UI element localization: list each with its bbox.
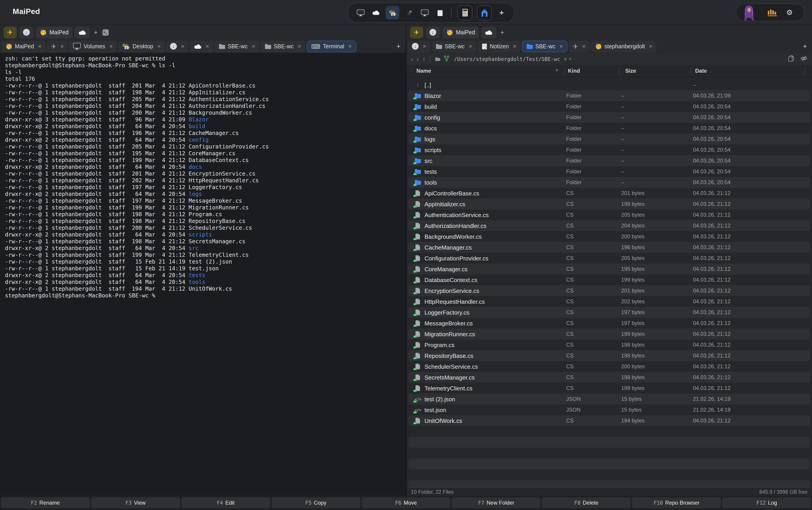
back-button[interactable]: ‹ (411, 56, 413, 62)
close-icon[interactable]: × (157, 43, 160, 50)
file-row[interactable]: ✓CoreManager.csCS195 bytes04.03.26, 21:1… (408, 263, 810, 275)
file-row[interactable]: </>✓test (2).jsonJSON15 bytes21.02.26, 1… (408, 394, 810, 404)
tab-down-circle[interactable]: ↓× (408, 40, 430, 52)
fkey-F12[interactable]: F12Log (722, 498, 811, 508)
path-history-icon[interactable]: ∨ (569, 57, 572, 61)
file-row[interactable]: ✓BackgroundWorker.csCS200 bytes04.03.26,… (408, 231, 810, 242)
fkey-F8[interactable]: F8Delete (542, 498, 631, 508)
close-icon[interactable]: × (469, 43, 472, 50)
file-row[interactable]: ✓DatabaseContext.csCS199 bytes04.03.26, … (408, 275, 810, 285)
tab-Desktop[interactable]: Desktop× (118, 40, 165, 52)
terminal-output[interactable]: zsh: can't set tty pgrp: operation not p… (0, 53, 405, 495)
file-row[interactable]: ✓buildFolder–04.03.26, 20:54 (408, 101, 810, 112)
file-row[interactable]: ↑[..]– (408, 79, 810, 90)
tab-SBE-wc[interactable]: SBE-wc× (431, 40, 476, 52)
close-icon[interactable]: × (513, 43, 516, 50)
column-header-date[interactable]: Date (695, 68, 707, 74)
favorite-cloud[interactable] (75, 26, 90, 38)
tab-stephanbergdolt[interactable]: stephanbergdolt× (591, 40, 657, 52)
close-icon[interactable]: × (423, 43, 426, 50)
tab-Volumes[interactable]: Volumes× (69, 40, 117, 52)
fkey-F3[interactable]: F3View (91, 498, 180, 508)
dock-calculator-app-icon[interactable] (457, 5, 472, 20)
file-row[interactable]: ✓srcFolder–04.03.26, 20:54 (408, 155, 810, 166)
close-icon[interactable]: × (649, 43, 652, 50)
add-favorite-button[interactable]: + (500, 29, 504, 36)
fkey-F5[interactable]: F5Copy (271, 498, 360, 508)
file-row[interactable]: ✓AppInitializer.csCS198 bytes04.03.26, 2… (408, 199, 810, 209)
file-row[interactable]: ✓toolsFolder–04.03.26, 20:54 (408, 177, 810, 188)
dock-plus-icon[interactable]: + (496, 7, 507, 18)
avatar[interactable] (743, 4, 756, 21)
file-row[interactable]: ✓CacheManager.csCS196 bytes04.03.26, 21:… (408, 242, 810, 253)
close-icon[interactable]: × (181, 43, 184, 50)
file-row[interactable]: ✓configFolder–04.03.26, 20:54 (408, 112, 810, 123)
column-header-kind[interactable]: Kind (568, 68, 580, 74)
dock-home-app-icon[interactable] (477, 5, 492, 20)
tab-SBE-wc[interactable]: SBE-wc× (261, 40, 305, 52)
new-tab-button[interactable]: + (803, 42, 807, 50)
tab-Notizen[interactable]: Notizen× (478, 40, 520, 52)
bar-chart-icon[interactable] (768, 8, 777, 16)
dock-home-garden-icon[interactable] (386, 6, 399, 20)
tab-airplane-gray[interactable]: ✈× (47, 40, 68, 52)
hidden-files-toggle-icon[interactable] (800, 55, 808, 63)
file-row[interactable]: ✓ConfigurationProvider.csCS205 bytes04.0… (408, 253, 810, 263)
dock-cloud-icon[interactable] (370, 7, 381, 18)
sort-ascending-icon[interactable]: ∧ (555, 68, 558, 72)
file-row[interactable]: ✓SchedulerService.csCS200 bytes04.03.26,… (408, 361, 810, 372)
new-tab-button[interactable]: + (396, 42, 400, 50)
file-row[interactable]: ✓BlazorFolder–04.03.26, 21:09 (408, 90, 810, 101)
favorite-airplane[interactable]: ✈ (4, 26, 17, 38)
close-icon[interactable]: × (110, 43, 113, 50)
file-row[interactable]: ✓logsFolder–04.03.26, 20:54 (408, 134, 810, 144)
file-row[interactable]: ✓ApiControllerBase.csCS201 bytes04.03.26… (408, 188, 810, 199)
file-row[interactable]: ✓Program.csCS198 bytes04.03.26, 21:12 (408, 339, 810, 350)
dock-display-icon[interactable] (419, 7, 430, 18)
dock-display-icon[interactable] (355, 7, 366, 18)
favorite-MaiPed[interactable]: MaiPed (442, 26, 479, 38)
file-row[interactable]: </>✓test.jsonJSON15 bytes21.02.26, 14:19 (408, 404, 810, 415)
gear-icon[interactable]: ⚙ (786, 9, 793, 16)
close-icon[interactable]: × (252, 43, 255, 50)
close-icon[interactable]: × (60, 43, 64, 50)
file-row[interactable]: ✓docsFolder–04.03.26, 20:54 (408, 123, 810, 134)
file-row[interactable]: ✓MessageBroker.csCS197 bytes04.03.26, 21… (408, 318, 810, 329)
file-row[interactable]: ✓AuthorizationHandler.csCS204 bytes04.03… (408, 220, 810, 231)
dock-notepad-icon[interactable] (434, 7, 445, 18)
fkey-F6[interactable]: F6Move (362, 498, 450, 508)
file-row[interactable]: ✓LoggerFactory.csCS197 bytes04.03.26, 21… (408, 307, 810, 318)
tab-down-circle[interactable]: ↓× (166, 40, 188, 52)
close-icon[interactable]: × (582, 43, 585, 50)
file-row[interactable]: ✓TelemetryClient.csCS199 bytes04.03.26, … (408, 383, 810, 394)
favorite-airplane[interactable]: ✈ (410, 26, 423, 38)
dock-plug-icon[interactable] (404, 7, 415, 18)
file-row[interactable]: ✓scriptsFolder–04.03.26, 20:54 (408, 144, 810, 155)
favorite-MaiPed[interactable]: MaiPed (36, 26, 72, 38)
path-dropdown-icon[interactable]: ∨ (564, 57, 567, 61)
file-row[interactable]: ✓AuthenticationService.csCS205 bytes04.0… (408, 209, 810, 220)
file-row[interactable]: ✓testsFolder–04.03.26, 20:54 (408, 166, 810, 177)
tab-airplane-gray[interactable]: ✈× (569, 40, 590, 52)
column-header-size[interactable]: Size (625, 68, 636, 74)
file-row[interactable]: ✓MigrationRunner.csCS199 bytes04.03.26, … (408, 329, 810, 339)
file-row[interactable]: ✓UnitOfWork.csCS194 bytes04.03.26, 21:12 (408, 415, 810, 426)
close-icon[interactable]: × (206, 43, 209, 50)
file-row[interactable]: ✓SecretsManager.csCS198 bytes04.03.26, 2… (408, 372, 810, 383)
file-row[interactable]: ✓HttpRequestHandler.csCS202 bytes04.03.2… (408, 296, 810, 307)
fkey-F7[interactable]: F7New Folder (452, 498, 541, 508)
fkey-F4[interactable]: F4Edit (181, 498, 270, 508)
tab-SBE-wc[interactable]: SBE-wc× (214, 40, 259, 52)
fkey-F10[interactable]: F10Repo Browser (632, 498, 721, 508)
tab-SBE-wc[interactable]: SBE-wc× (522, 40, 567, 52)
copy-path-icon[interactable] (788, 55, 794, 63)
favorite-down-circle[interactable]: ↓ (19, 26, 33, 38)
add-favorite-button[interactable]: + (94, 29, 98, 36)
tab-cloud[interactable]: × (190, 40, 213, 52)
current-path[interactable]: /Users/stephanbergdolt/Test/SBE-wc (454, 56, 560, 62)
forward-button[interactable]: › (417, 56, 419, 62)
up-button[interactable]: ↑ (422, 56, 426, 62)
close-icon[interactable]: × (560, 43, 563, 50)
fkey-F2[interactable]: F2Rename (1, 498, 90, 508)
close-icon[interactable]: × (298, 43, 301, 50)
